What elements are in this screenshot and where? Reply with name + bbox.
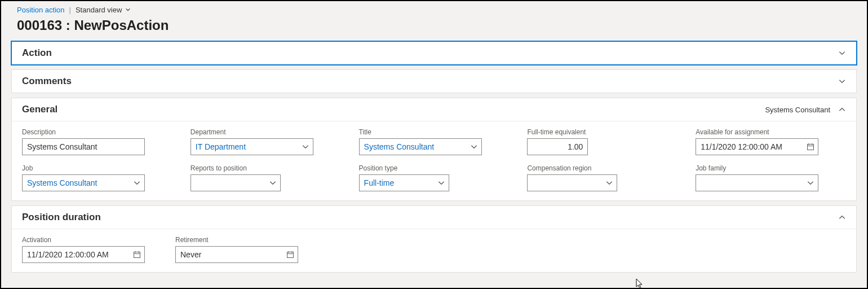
fte-input[interactable] [532, 142, 583, 151]
available-date[interactable] [696, 138, 818, 155]
label-fte: Full-time equivalent [527, 128, 677, 136]
breadcrumb: Position action | Standard view [1, 1, 867, 15]
activation-input[interactable] [27, 250, 140, 259]
label-retirement: Retirement [175, 236, 329, 244]
breadcrumb-module-link[interactable]: Position action [17, 6, 65, 14]
section-general-summary: Systems Consultant [765, 106, 830, 114]
label-activation: Activation [22, 236, 175, 244]
chevron-down-icon [470, 143, 478, 151]
retirement-date[interactable] [175, 246, 298, 263]
section-duration-header[interactable]: Position duration [12, 206, 856, 229]
section-duration: Position duration Activation Retirement [11, 205, 857, 273]
job-input[interactable] [27, 178, 140, 187]
chevron-down-icon [269, 179, 277, 187]
calendar-icon[interactable] [286, 251, 294, 259]
chevron-down-icon [133, 179, 141, 187]
mouse-cursor-icon [636, 279, 644, 289]
position-type-input[interactable] [364, 178, 444, 187]
section-duration-title: Position duration [22, 212, 101, 223]
activation-date[interactable] [22, 246, 145, 263]
job-family-input[interactable] [701, 178, 813, 187]
view-switcher[interactable]: Standard view [76, 6, 131, 14]
section-action-title: Action [22, 47, 52, 59]
section-comments-header[interactable]: Comments [12, 70, 856, 93]
department-input[interactable] [196, 142, 308, 151]
comp-region-input[interactable] [532, 178, 612, 187]
label-available: Available for assignment [696, 128, 846, 136]
section-comments-title: Comments [22, 76, 72, 87]
retirement-input[interactable] [180, 250, 293, 259]
label-position-type: Position type [359, 164, 510, 172]
field-position-type: Position type [359, 164, 510, 191]
chevron-down-icon [437, 179, 445, 187]
section-general: General Systems Consultant Description D… [11, 98, 857, 201]
section-general-title: General [22, 104, 57, 115]
field-reports-to: Reports to position [191, 164, 341, 191]
chevron-down-icon [605, 179, 613, 187]
svg-rect-8 [287, 252, 294, 258]
field-job: Job [22, 164, 172, 191]
reports-to-input[interactable] [196, 178, 276, 187]
title-lookup[interactable] [359, 138, 482, 155]
job-lookup[interactable] [22, 174, 145, 191]
field-available: Available for assignment [696, 128, 846, 155]
field-activation: Activation [22, 236, 175, 263]
section-action: Action [11, 41, 857, 65]
svg-rect-0 [808, 144, 814, 150]
job-family-lookup[interactable] [696, 174, 818, 191]
label-department: Department [191, 128, 341, 136]
field-fte: Full-time equivalent [527, 128, 677, 155]
field-retirement: Retirement [175, 236, 329, 263]
calendar-icon[interactable] [807, 143, 814, 151]
available-input[interactable] [701, 142, 813, 151]
field-department: Department [191, 128, 341, 155]
label-title: Title [359, 128, 510, 136]
chevron-down-icon [838, 49, 846, 57]
label-job-family: Job family [696, 164, 846, 172]
label-description: Description [22, 128, 172, 136]
label-comp-region: Compensation region [527, 164, 677, 172]
field-comp-region: Compensation region [527, 164, 677, 191]
chevron-up-icon [838, 106, 846, 113]
field-title: Title [359, 128, 510, 155]
chevron-down-icon [125, 7, 131, 14]
position-type-lookup[interactable] [359, 174, 449, 191]
chevron-down-icon [807, 179, 814, 187]
chevron-up-icon [838, 213, 846, 221]
field-job-family: Job family [696, 164, 846, 191]
breadcrumb-separator: | [69, 6, 71, 14]
label-reports-to: Reports to position [191, 164, 341, 172]
svg-rect-4 [134, 252, 140, 258]
title-input[interactable] [364, 142, 477, 151]
input-description-wrap [22, 138, 145, 155]
field-description: Description [22, 128, 172, 155]
reports-to-lookup[interactable] [191, 174, 281, 191]
comp-region-lookup[interactable] [527, 174, 617, 191]
view-label: Standard view [76, 6, 122, 14]
section-general-header[interactable]: General Systems Consultant [12, 98, 856, 121]
section-action-header[interactable]: Action [12, 42, 856, 64]
department-lookup[interactable] [191, 138, 313, 155]
page-title: 000163 : NewPosAction [1, 15, 867, 41]
description-input[interactable] [27, 142, 140, 151]
label-job: Job [22, 164, 172, 172]
calendar-icon[interactable] [133, 251, 141, 259]
chevron-down-icon [302, 143, 309, 151]
chevron-down-icon [838, 77, 846, 85]
fte-input-wrap [527, 138, 588, 155]
section-comments: Comments [11, 69, 857, 93]
